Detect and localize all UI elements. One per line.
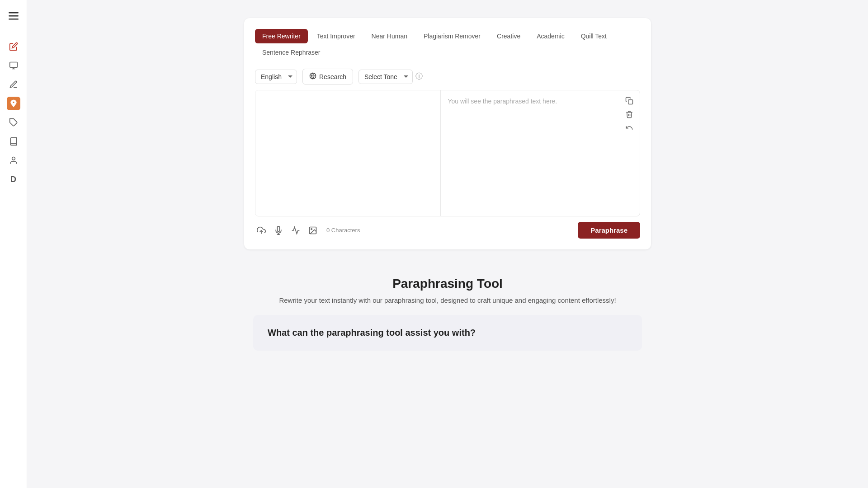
- controls-row: English Spanish French German Research S: [255, 69, 640, 84]
- tab-sentence-rephraser[interactable]: Sentence Rephraser: [255, 45, 327, 60]
- output-panel: You will see the paraphrased text here.: [441, 90, 640, 216]
- research-button[interactable]: Research: [302, 69, 353, 84]
- tab-creative[interactable]: Creative: [490, 29, 528, 43]
- output-actions: [624, 96, 634, 133]
- language-select[interactable]: English Spanish French German: [255, 70, 297, 84]
- svg-rect-2: [9, 19, 19, 20]
- tab-quill-text[interactable]: Quill Text: [574, 29, 614, 43]
- sidebar-icon-user[interactable]: [7, 154, 20, 167]
- faq-title: What can the paraphrasing tool assist yo…: [268, 328, 627, 338]
- sidebar-icon-monitor[interactable]: [7, 59, 20, 72]
- input-panel: [255, 90, 441, 216]
- undo-button[interactable]: [624, 123, 634, 133]
- sidebar-icon-book[interactable]: [7, 135, 20, 148]
- tab-academic[interactable]: Academic: [529, 29, 571, 43]
- sidebar-icon-edit[interactable]: [7, 78, 20, 91]
- editor-area: You will see the paraphrased text here.: [255, 90, 640, 216]
- microphone-icon[interactable]: [272, 224, 285, 237]
- bottom-right: Paraphrase: [578, 222, 640, 239]
- main-content: Free Rewriter Text Improver Near Human P…: [27, 0, 868, 488]
- sidebar: D: [0, 0, 27, 488]
- svg-rect-8: [628, 100, 633, 104]
- svg-rect-0: [9, 12, 19, 14]
- tone-wrapper: Select Tone Formal Informal Professional…: [359, 70, 423, 84]
- output-placeholder: You will see the paraphrased text here.: [448, 98, 557, 105]
- image-icon[interactable]: [307, 224, 319, 237]
- tab-near-human[interactable]: Near Human: [364, 29, 415, 43]
- tab-text-improver[interactable]: Text Improver: [310, 29, 363, 43]
- sidebar-icon-editor[interactable]: [7, 40, 20, 53]
- paraphrase-button[interactable]: Paraphrase: [578, 222, 640, 239]
- section-title: Paraphrasing Tool: [253, 277, 642, 291]
- svg-point-13: [311, 228, 312, 230]
- sidebar-icon-paraphraser[interactable]: [7, 97, 20, 110]
- char-count: 0 Characters: [326, 227, 363, 234]
- waveform-icon[interactable]: [289, 224, 302, 237]
- menu-button[interactable]: [5, 7, 22, 26]
- globe-icon: [309, 72, 316, 81]
- input-tools: [255, 224, 319, 237]
- upload-icon[interactable]: [255, 224, 268, 237]
- input-textarea[interactable]: [255, 90, 440, 216]
- below-section: Paraphrasing Tool Rewrite your text inst…: [244, 258, 651, 360]
- tabs-container: Free Rewriter Text Improver Near Human P…: [255, 29, 640, 60]
- faq-box: What can the paraphrasing tool assist yo…: [253, 315, 642, 351]
- tone-select[interactable]: Select Tone Formal Informal Professional…: [359, 70, 413, 84]
- tab-free-rewriter[interactable]: Free Rewriter: [255, 29, 308, 43]
- bottom-toolbar: 0 Characters Paraphrase: [255, 222, 640, 239]
- svg-rect-1: [9, 15, 19, 17]
- tab-plagiarism-remover[interactable]: Plagiarism Remover: [416, 29, 488, 43]
- section-description: Rewrite your text instantly with our par…: [253, 296, 642, 304]
- sidebar-icon-d[interactable]: D: [7, 173, 20, 186]
- research-label: Research: [319, 73, 346, 80]
- tool-card: Free Rewriter Text Improver Near Human P…: [244, 18, 651, 249]
- svg-rect-3: [9, 62, 17, 68]
- sidebar-icon-tag[interactable]: [7, 116, 20, 129]
- svg-point-5: [12, 157, 15, 160]
- delete-button[interactable]: [624, 109, 634, 119]
- copy-button[interactable]: [624, 96, 634, 106]
- tone-info-icon[interactable]: ⓘ: [415, 72, 423, 81]
